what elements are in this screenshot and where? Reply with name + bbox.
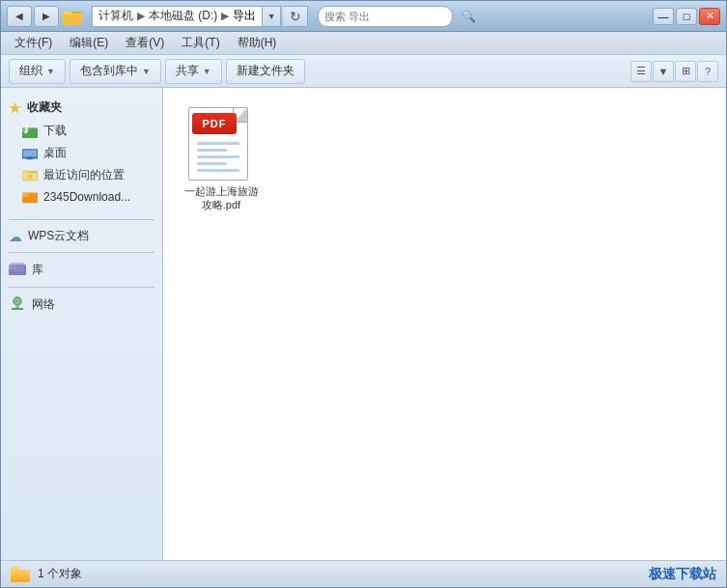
main-area: ★ 收藏夹 下载: [1, 88, 726, 560]
explorer-window: ◀ ▶ 计算机 ▶ 本地磁盘 (D:) ▶ 导出 ▼ ↻: [0, 0, 727, 588]
view-list-button[interactable]: ☰: [630, 61, 652, 82]
pdf-badge-text: PDF: [203, 118, 227, 129]
sidebar-library-header[interactable]: 库: [1, 257, 162, 283]
organize-button[interactable]: 组织 ▼: [9, 59, 66, 84]
recent-label: 最近访问的位置: [43, 167, 125, 183]
desktop-icon: [22, 146, 38, 161]
toolbar: 组织 ▼ 包含到库中 ▼ 共享 ▼ 新建文件夹 ☰ ▼ ⊞ ?: [1, 55, 726, 88]
menu-help[interactable]: 帮助(H): [230, 33, 285, 53]
sidebar-favorites-section: ★ 收藏夹 下载: [1, 96, 162, 208]
2345-icon: [22, 189, 38, 205]
help-button[interactable]: ?: [697, 61, 718, 82]
statusbar-left: 1 个对象: [11, 566, 82, 582]
menu-file[interactable]: 文件(F): [7, 33, 60, 53]
status-count: 1 个对象: [38, 566, 82, 582]
star-icon: ★: [9, 100, 21, 116]
svg-rect-21: [11, 263, 24, 271]
library-label: 库: [32, 262, 43, 278]
file-name: 一起游上海旅游 攻略.pdf: [179, 184, 264, 212]
desktop-label: 桌面: [43, 145, 67, 161]
content-area: PDF 一起游上海旅游 攻略.pdf: [163, 88, 726, 560]
close-button[interactable]: ✕: [699, 8, 720, 25]
search-box[interactable]: 🔍: [318, 6, 453, 27]
status-folder-icon: [11, 567, 30, 582]
titlebar: ◀ ▶ 计算机 ▶ 本地磁盘 (D:) ▶ 导出 ▼ ↻: [1, 1, 726, 32]
path-segment-3: 导出: [233, 8, 256, 24]
sidebar: ★ 收藏夹 下载: [1, 88, 163, 560]
sidebar-divider-3: [9, 287, 154, 288]
pdf-line-5: [197, 169, 239, 172]
menu-tools[interactable]: 工具(T): [174, 33, 227, 53]
download-label: 下载: [43, 123, 67, 139]
forward-button[interactable]: ▶: [34, 6, 59, 27]
sidebar-divider-2: [9, 252, 154, 253]
library-icon: [9, 261, 26, 279]
share-label: 共享: [176, 63, 199, 79]
menu-edit[interactable]: 编辑(E): [62, 33, 116, 53]
network-icon: [9, 295, 26, 314]
sidebar-network-header[interactable]: 网络: [1, 292, 162, 318]
path-segment-2: 本地磁盘 (D:): [149, 8, 217, 24]
svg-point-16: [27, 174, 32, 179]
statusbar: 1 个对象 极速下载站: [1, 560, 726, 587]
organize-arrow: ▼: [46, 67, 55, 76]
pdf-page-lines: [197, 142, 239, 172]
titlebar-left: ◀ ▶ 计算机 ▶ 本地磁盘 (D:) ▶ 导出 ▼ ↻: [7, 5, 453, 28]
address-dropdown-button[interactable]: ▼: [262, 6, 281, 27]
minimize-button[interactable]: —: [653, 8, 674, 25]
svg-rect-3: [63, 14, 82, 25]
cloud-icon: ☁: [9, 229, 22, 244]
menu-view[interactable]: 查看(V): [118, 33, 172, 53]
svg-rect-12: [26, 158, 33, 159]
view-pane-button[interactable]: ⊞: [675, 61, 696, 82]
favorites-label: 收藏夹: [27, 99, 62, 116]
sidebar-divider-1: [9, 219, 154, 220]
network-label: 网络: [32, 296, 55, 313]
svg-rect-27: [12, 308, 23, 310]
new-folder-label: 新建文件夹: [237, 63, 294, 79]
pdf-line-3: [197, 155, 239, 158]
address-refresh-button[interactable]: ↻: [283, 6, 308, 27]
pdf-line-1: [197, 142, 239, 145]
sidebar-item-2345[interactable]: 2345Download...: [1, 186, 162, 208]
watermark-text: 极速下载站: [649, 566, 716, 583]
address-bar[interactable]: 计算机 ▶ 本地磁盘 (D:) ▶ 导出 ▼ ↻: [92, 5, 308, 28]
sidebar-library-section: 库: [1, 257, 162, 283]
download-icon: [22, 124, 38, 139]
sidebar-favorites-header: ★ 收藏夹: [1, 96, 162, 120]
back-button[interactable]: ◀: [7, 6, 32, 27]
sidebar-item-desktop[interactable]: 桌面: [1, 142, 162, 164]
view-buttons: ☰ ▼ ⊞ ?: [630, 61, 718, 82]
svg-rect-11: [28, 156, 32, 158]
file-item-pdf[interactable]: PDF 一起游上海旅游 攻略.pdf: [173, 98, 269, 218]
pdf-line-4: [197, 162, 227, 165]
include-arrow: ▼: [142, 67, 151, 76]
pdf-badge: PDF: [192, 113, 237, 134]
separator-1: ▶: [137, 10, 145, 22]
sidebar-wps-header[interactable]: ☁ WPS云文档: [1, 224, 162, 248]
organize-label: 组织: [19, 63, 42, 79]
pdf-icon: PDF: [188, 103, 254, 181]
recent-icon: [22, 168, 38, 183]
menubar: 文件(F) 编辑(E) 查看(V) 工具(T) 帮助(H): [1, 32, 726, 55]
new-folder-button[interactable]: 新建文件夹: [226, 59, 305, 84]
view-details-dropdown[interactable]: ▼: [653, 61, 674, 82]
search-input[interactable]: [324, 11, 458, 22]
sidebar-item-download[interactable]: 下载: [1, 120, 162, 142]
nav-buttons: ◀ ▶: [7, 6, 59, 27]
include-library-button[interactable]: 包含到库中 ▼: [70, 59, 161, 84]
maximize-button[interactable]: □: [676, 8, 697, 25]
share-button[interactable]: 共享 ▼: [165, 59, 222, 84]
titlebar-folder-icon: [63, 7, 82, 26]
sidebar-network-section: 网络: [1, 292, 162, 318]
svg-rect-10: [23, 150, 37, 156]
include-library-label: 包含到库中: [80, 63, 138, 79]
share-arrow: ▼: [203, 67, 211, 76]
separator-2: ▶: [221, 10, 229, 22]
path-segment-1: 计算机: [98, 8, 133, 24]
svg-rect-18: [22, 193, 29, 197]
sidebar-item-recent[interactable]: 最近访问的位置: [1, 164, 162, 186]
wps-label: WPS云文档: [28, 228, 89, 244]
titlebar-controls: — □ ✕: [653, 8, 720, 25]
sidebar-wps-section: ☁ WPS云文档: [1, 224, 162, 248]
